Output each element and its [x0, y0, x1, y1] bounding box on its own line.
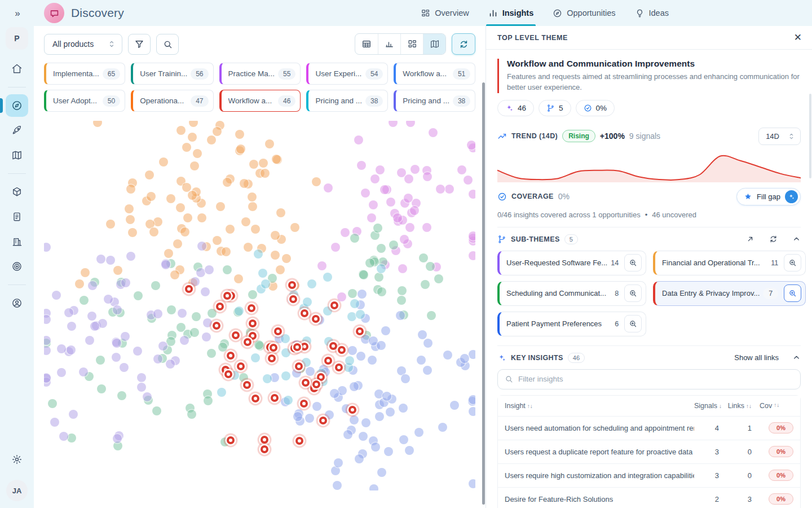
- insight-dot[interactable]: [176, 203, 185, 212]
- search-button[interactable]: [156, 34, 179, 55]
- insight-dot[interactable]: [323, 273, 332, 282]
- highlighted-insight-dot[interactable]: [274, 327, 282, 335]
- sidebar-item-products[interactable]: [6, 181, 28, 203]
- insight-dot[interactable]: [173, 239, 182, 248]
- insight-dot[interactable]: [205, 265, 214, 274]
- insight-dot[interactable]: [271, 231, 280, 240]
- insight-filter-input[interactable]: [518, 375, 793, 383]
- insight-dot[interactable]: [397, 296, 406, 305]
- insight-dot[interactable]: [374, 273, 383, 282]
- insight-dot[interactable]: [143, 392, 152, 401]
- insight-dot[interactable]: [113, 305, 122, 314]
- insight-dot[interactable]: [67, 433, 76, 443]
- insight-dot[interactable]: [240, 179, 249, 188]
- main-scrollbar[interactable]: [482, 82, 485, 505]
- insight-dot[interactable]: [376, 165, 385, 174]
- insight-dot[interactable]: [343, 430, 352, 439]
- theme-chip[interactable]: Pricing and ...38: [394, 90, 475, 112]
- insight-dot[interactable]: [161, 260, 170, 269]
- insight-dot[interactable]: [355, 454, 364, 463]
- insight-dot[interactable]: [204, 396, 213, 405]
- insight-dot[interactable]: [438, 423, 447, 432]
- insight-dot[interactable]: [182, 183, 191, 192]
- insight-dot[interactable]: [348, 346, 357, 355]
- refresh-button[interactable]: [452, 33, 475, 55]
- highlighted-insight-dot[interactable]: [271, 394, 279, 402]
- insight-dot[interactable]: [153, 217, 162, 226]
- highlighted-insight-dot[interactable]: [261, 445, 268, 453]
- highlighted-insight-dot[interactable]: [319, 417, 327, 424]
- insight-dot[interactable]: [384, 447, 393, 456]
- insight-dot[interactable]: [44, 243, 51, 252]
- highlighted-insight-dot[interactable]: [338, 346, 346, 354]
- insight-dot[interactable]: [44, 315, 51, 324]
- insight-dot[interactable]: [226, 225, 235, 234]
- insight-dot[interactable]: [333, 481, 342, 490]
- insight-dot[interactable]: [367, 213, 376, 222]
- insight-dot[interactable]: [258, 269, 267, 278]
- view-chart-button[interactable]: [378, 34, 400, 54]
- highlighted-insight-dot[interactable]: [227, 352, 235, 360]
- cluster-map[interactable]: [44, 121, 475, 491]
- insight-dot[interactable]: [261, 279, 270, 288]
- insight-dot[interactable]: [406, 121, 415, 127]
- insight-dot[interactable]: [334, 458, 343, 467]
- highlighted-insight-dot[interactable]: [356, 327, 364, 335]
- insight-dot[interactable]: [469, 407, 475, 416]
- insight-dot[interactable]: [354, 135, 363, 144]
- theme-chip[interactable]: Practice Ma...55: [219, 63, 301, 85]
- highlighted-insight-dot[interactable]: [251, 395, 259, 402]
- insight-dot[interactable]: [96, 255, 105, 264]
- insight-dot[interactable]: [158, 341, 167, 351]
- insight-dot[interactable]: [401, 374, 410, 383]
- insight-dot[interactable]: [98, 319, 107, 328]
- insight-row[interactable]: Desire for Feature-Rich Solutions230%: [498, 487, 800, 508]
- insight-dot[interactable]: [377, 468, 386, 477]
- collapse-insights-icon[interactable]: [792, 353, 801, 362]
- sidebar-item-launch[interactable]: [6, 119, 28, 142]
- insight-dot[interactable]: [370, 174, 379, 183]
- highlighted-insight-dot[interactable]: [249, 319, 257, 327]
- insight-dot[interactable]: [151, 281, 160, 290]
- theme-chip[interactable]: Pricing and ...38: [306, 90, 388, 112]
- insight-dot[interactable]: [159, 157, 168, 167]
- collapse-subthemes-icon[interactable]: [792, 235, 801, 243]
- insight-dot[interactable]: [126, 185, 135, 194]
- sidebar-item-company[interactable]: [6, 230, 28, 253]
- insight-dot[interactable]: [248, 202, 257, 211]
- insight-dot[interactable]: [282, 254, 291, 263]
- insight-dot[interactable]: [381, 326, 390, 335]
- insight-dot[interactable]: [241, 217, 250, 226]
- subtheme-card[interactable]: Patient Payment Preferences6: [497, 312, 646, 336]
- insight-dot[interactable]: [450, 401, 459, 410]
- insight-dot[interactable]: [305, 414, 314, 423]
- insight-dot[interactable]: [180, 227, 189, 237]
- insight-dot[interactable]: [261, 169, 270, 178]
- insight-dot[interactable]: [380, 185, 389, 194]
- insight-dot[interactable]: [189, 121, 198, 127]
- highlighted-insight-dot[interactable]: [329, 342, 337, 350]
- insight-dot[interactable]: [405, 446, 414, 455]
- insight-dot[interactable]: [469, 479, 475, 488]
- insight-dot[interactable]: [371, 443, 380, 452]
- panel-scrollbar[interactable]: [809, 94, 811, 178]
- highlighted-insight-dot[interactable]: [312, 315, 320, 323]
- theme-chip[interactable]: User Trainin...56: [131, 63, 213, 85]
- insight-dot[interactable]: [44, 346, 51, 355]
- insight-dot[interactable]: [97, 384, 106, 393]
- insight-dot[interactable]: [361, 189, 370, 198]
- insight-dot[interactable]: [434, 274, 443, 283]
- insight-dot[interactable]: [176, 126, 186, 135]
- insight-dot[interactable]: [235, 306, 244, 316]
- highlighted-insight-dot[interactable]: [295, 362, 303, 370]
- insight-dot[interactable]: [460, 354, 469, 363]
- subtheme-card[interactable]: Data Entry & Privacy Improv...7: [653, 281, 806, 306]
- insight-dot[interactable]: [147, 192, 156, 201]
- insight-dot[interactable]: [248, 290, 257, 299]
- insight-dot[interactable]: [398, 264, 407, 273]
- refresh-subthemes-icon[interactable]: [769, 235, 778, 243]
- insight-dot[interactable]: [399, 435, 408, 444]
- sidebar-item-goals[interactable]: [6, 255, 28, 278]
- highlighted-insight-dot[interactable]: [295, 437, 303, 445]
- subtheme-zoom-button[interactable]: [624, 254, 642, 271]
